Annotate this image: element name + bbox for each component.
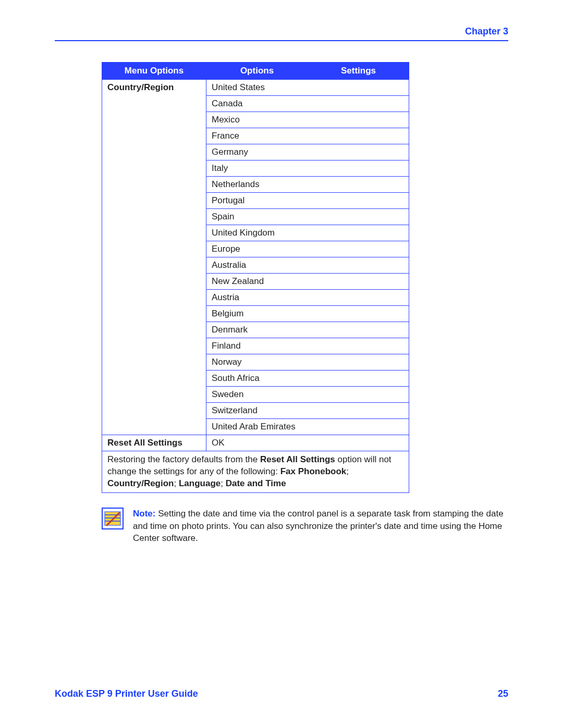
cell-option: Portugal [206,193,409,209]
cell-option: Finland [206,338,409,354]
note-icon [102,508,124,529]
table-header-row: Menu Options Options Settings [102,63,409,80]
page-footer: Kodak ESP 9 Printer User Guide 25 [55,688,508,699]
cell-option: Germany [206,144,409,161]
footnote-bold: Language [179,478,221,488]
footnote-bold: Reset All Settings [260,454,335,464]
cell-option: South Africa [206,371,409,387]
cell-option: France [206,128,409,144]
footnote-bold: Date and Time [226,478,286,488]
cell-option: OK [206,435,409,451]
menu-options-table: Menu Options Options Settings Country/Re… [102,62,409,493]
cell-option: United Kingdom [206,225,409,241]
cell-option: Switzerland [206,403,409,419]
cell-option: Spain [206,209,409,225]
footer-page-number: 25 [498,688,508,699]
footnote-text: ; [346,466,349,476]
header-rule [55,40,508,41]
cell-option: Norway [206,354,409,371]
cell-menu: Country/Region [102,80,206,435]
cell-menu: Reset All Settings [102,435,206,451]
cell-option: Denmark [206,322,409,338]
footnote-bold: Fax Phonebook [280,466,347,476]
cell-option: Austria [206,290,409,306]
cell-option: Italy [206,161,409,177]
cell-option: Canada [206,96,409,112]
cell-option: United Arab Emirates [206,419,409,435]
footnote-text: Restoring the factory defaults from the [107,454,260,464]
footer-title: Kodak ESP 9 Printer User Guide [55,688,198,699]
cell-option: United States [206,80,409,96]
col-settings: Settings [308,63,409,80]
cell-option: Australia [206,257,409,274]
footnote-text: ; [221,478,225,488]
note-block: Note: Setting the date and time via the … [102,508,508,545]
note-text-wrap: Note: Setting the date and time via the … [133,508,508,545]
cell-option: Mexico [206,112,409,128]
note-label: Note: [133,509,155,519]
table-footnote-row: Restoring the factory defaults from the … [102,451,409,493]
table-footnote: Restoring the factory defaults from the … [102,451,409,493]
footnote-bold: Country/Region [107,478,174,488]
footnote-text: ; [174,478,179,488]
col-options: Options [206,63,308,80]
table-row: Country/Region United States [102,80,409,96]
cell-option: Sweden [206,387,409,403]
cell-option: Netherlands [206,177,409,193]
col-menu-options: Menu Options [102,63,206,80]
chapter-label: Chapter 3 [55,26,508,37]
note-body: Setting the date and time via the contro… [133,509,504,544]
cell-option: Europe [206,241,409,257]
cell-option: Belgium [206,306,409,322]
cell-option: New Zealand [206,274,409,290]
table-row: Reset All Settings OK [102,435,409,451]
